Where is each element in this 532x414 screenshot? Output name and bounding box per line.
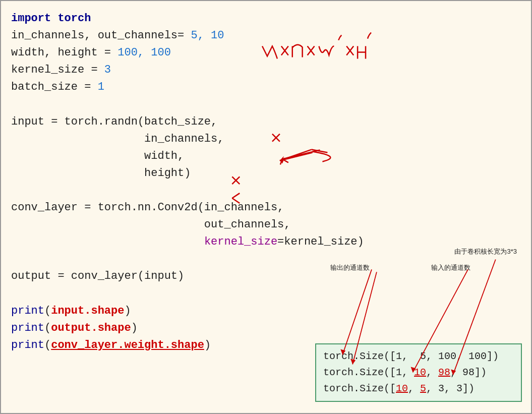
code-line-5: batch_size = 1 — [11, 79, 521, 96]
code-line-7: in_channels, — [11, 131, 521, 148]
purple-kernel: kernel_size — [204, 235, 277, 248]
annotation-input-channels: 输入的通道数 — [431, 263, 470, 272]
code-text: out_channels, — [11, 218, 291, 231]
und-5: 5 — [420, 383, 426, 394]
annotation-output-channels: 输出的通道数 — [330, 263, 370, 272]
num-1: 1 — [98, 81, 104, 93]
print1-arg: input.shape — [51, 305, 124, 317]
code-text — [11, 235, 204, 248]
print-keyword-2: print — [11, 322, 44, 334]
code-text: width, — [11, 150, 184, 162]
und-10: 10 — [414, 367, 426, 378]
num-3: 3 — [104, 64, 111, 76]
und-98: 98 — [438, 367, 450, 378]
output-line-1: torch.Size([1, 5, 100, 100]) — [323, 348, 514, 365]
code-line-11: out_channels, — [11, 216, 521, 233]
code-line-6: input = torch.randn(batch_size, — [11, 113, 521, 131]
code-line-12: kernel_size=kernel_size) — [11, 233, 521, 251]
annotation-kernel: 由于卷积核长宽为3*3 — [454, 247, 517, 256]
code-text: =kernel_size) — [277, 235, 364, 248]
keyword-import: import torch — [11, 12, 91, 25]
code-text: kernel_size = — [11, 64, 104, 76]
code-print-1: print(input.shape) — [11, 303, 521, 320]
code-line-9: height) — [11, 165, 521, 182]
code-text: ) — [131, 322, 138, 334]
code-text: batch_size = — [11, 81, 98, 93]
num-5-10: 5, 10 — [184, 29, 224, 42]
code-blank-1 — [11, 96, 521, 113]
code-line-4: kernel_size = 3 — [11, 62, 521, 79]
output-box: torch.Size([1, 5, 100, 100]) torch.Size(… — [315, 343, 522, 402]
code-text: ( — [44, 339, 51, 351]
code-text: input = torch.randn(batch_size, — [11, 115, 217, 128]
code-text: ( — [44, 322, 51, 334]
code-block: import torch in_channels, out_channels= … — [11, 10, 521, 354]
code-text: width, height = — [11, 46, 117, 59]
print-keyword-3: print — [11, 339, 44, 351]
code-text: ( — [44, 305, 51, 317]
code-text: in_channels, — [11, 133, 224, 145]
code-line-1: import torch — [11, 10, 521, 27]
code-blank-4 — [11, 285, 521, 303]
num-100-100: 100, 100 — [117, 46, 171, 59]
code-line-8: width, — [11, 148, 521, 165]
code-blank-2 — [11, 182, 521, 199]
code-text: conv_layer = torch.nn.Conv2d(in_channels… — [11, 201, 284, 214]
code-text: in_channels, out_channels= — [11, 29, 184, 42]
print3-arg: conv_layer.weight.shape — [51, 339, 204, 351]
code-line-3: width, height = 100, 100 — [11, 44, 521, 62]
output-line-3: torch.Size([10, 5, 3, 3]) — [323, 381, 514, 397]
code-text: height) — [11, 167, 191, 180]
main-container: import torch in_channels, out_channels= … — [0, 0, 532, 414]
code-line-10: conv_layer = torch.nn.Conv2d(in_channels… — [11, 199, 521, 216]
code-text: ) — [124, 305, 131, 317]
code-text: output = conv_layer(input) — [11, 270, 184, 282]
code-text: ) — [204, 339, 211, 351]
output-line-2: torch.Size([1, 10, 98, 98]) — [323, 365, 514, 381]
und-10b: 10 — [396, 383, 408, 394]
print-keyword-1: print — [11, 305, 44, 317]
print2-arg: output.shape — [51, 322, 131, 334]
code-line-2: in_channels, out_channels= 5, 10 — [11, 27, 521, 44]
code-print-2: print(output.shape) — [11, 320, 521, 337]
